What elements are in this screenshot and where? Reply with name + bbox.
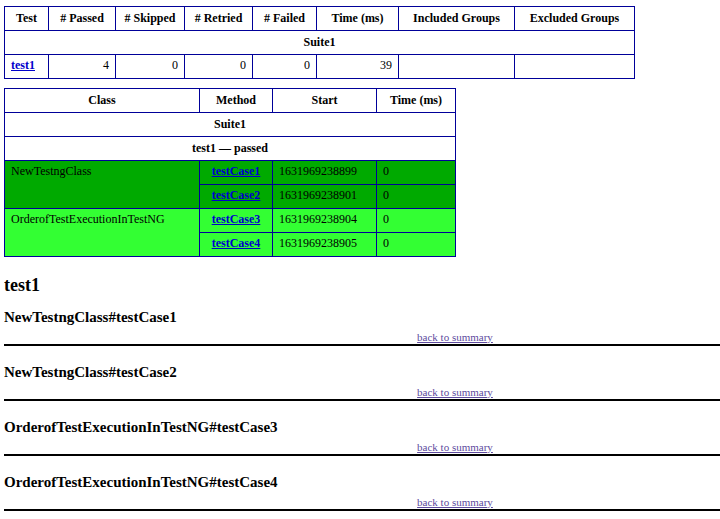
back-to-summary-link[interactable]: back to summary [417,386,493,398]
test-name-cell: test1 [5,55,49,79]
time-cell: 0 [377,233,456,257]
start-cell: 1631969238905 [273,233,377,257]
method-cell: testCase2 [200,185,273,209]
summary-test-row: test1 4 0 0 0 39 [5,55,635,79]
method-cell: testCase4 [200,233,273,257]
method-link[interactable]: testCase3 [212,212,261,226]
back-to-summary-rule: back to summary [4,386,720,401]
retried-count-cell: 0 [185,55,253,79]
suite-name-label: Suite1 [5,31,635,55]
back-to-summary-rule: back to summary [4,441,720,456]
column-header-failed: # Failed [253,7,317,31]
start-cell: 1631969238901 [273,185,377,209]
method-cell: testCase3 [200,209,273,233]
summary-header-row: Test # Passed # Skipped # Retried # Fail… [5,7,635,31]
methods-header-row: Class Method Start Time (ms) [5,89,456,113]
start-cell: 1631969238899 [273,161,377,185]
column-header-retried: # Retried [185,7,253,31]
test-detail-title: test1 [4,275,720,296]
class-name-cell: NewTestngClass [5,161,200,209]
methods-suite-row: Suite1 [5,113,456,137]
test-link[interactable]: test1 [11,58,35,72]
time-cell: 0 [377,185,456,209]
included-groups-cell [399,55,515,79]
column-header-time-ms: Time (ms) [377,89,456,113]
excluded-groups-cell [515,55,635,79]
method-detail-section: OrderofTestExecutionInTestNG#testCase4 b… [4,474,720,511]
column-header-method: Method [200,89,273,113]
back-to-summary-link[interactable]: back to summary [417,441,493,453]
time-cell: 0 [377,161,456,185]
method-row: OrderofTestExecutionInTestNG testCase3 1… [5,209,456,233]
class-name-cell: OrderofTestExecutionInTestNG [5,209,200,257]
test-status-label: test1 — passed [5,137,456,161]
method-detail-heading: NewTestngClass#testCase2 [4,364,720,381]
passed-count-cell: 4 [49,55,116,79]
methods-test-status-row: test1 — passed [5,137,456,161]
method-detail-section: NewTestngClass#testCase2 back to summary [4,364,720,401]
column-header-passed: # Passed [49,7,116,31]
back-to-summary-link[interactable]: back to summary [417,496,493,508]
column-header-skipped: # Skipped [116,7,185,31]
method-cell: testCase1 [200,161,273,185]
method-link[interactable]: testCase1 [212,164,261,178]
column-header-start: Start [273,89,377,113]
method-detail-heading: OrderofTestExecutionInTestNG#testCase3 [4,419,720,436]
methods-table: Class Method Start Time (ms) Suite1 test… [4,88,456,257]
suite-name-label: Suite1 [5,113,456,137]
testng-emailable-report: Test # Passed # Skipped # Retried # Fail… [4,6,720,511]
start-cell: 1631969238904 [273,209,377,233]
column-header-included-groups: Included Groups [399,7,515,31]
method-detail-section: OrderofTestExecutionInTestNG#testCase3 b… [4,419,720,456]
back-to-summary-rule: back to summary [4,496,720,511]
column-header-test: Test [5,7,49,31]
back-to-summary-link[interactable]: back to summary [417,331,493,343]
method-detail-section: NewTestngClass#testCase1 back to summary [4,309,720,346]
method-link[interactable]: testCase2 [212,188,261,202]
method-detail-heading: OrderofTestExecutionInTestNG#testCase4 [4,474,720,491]
column-header-class: Class [5,89,200,113]
method-detail-heading: NewTestngClass#testCase1 [4,309,720,326]
back-to-summary-rule: back to summary [4,331,720,346]
method-link[interactable]: testCase4 [212,236,261,250]
time-cell: 39 [317,55,399,79]
method-row: NewTestngClass testCase1 1631969238899 0 [5,161,456,185]
skipped-count-cell: 0 [116,55,185,79]
suite-summary-table: Test # Passed # Skipped # Retried # Fail… [4,6,635,79]
column-header-time: Time (ms) [317,7,399,31]
time-cell: 0 [377,209,456,233]
failed-count-cell: 0 [253,55,317,79]
summary-suite-row: Suite1 [5,31,635,55]
column-header-excluded-groups: Excluded Groups [515,7,635,31]
